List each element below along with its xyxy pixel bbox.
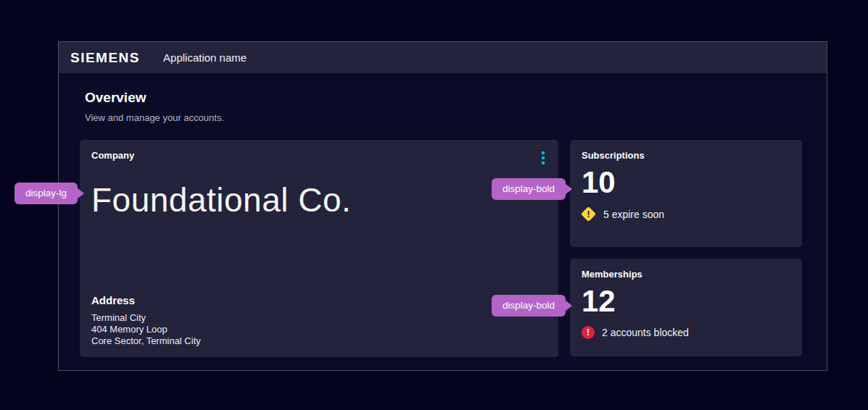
- application-name: Application name: [163, 51, 247, 64]
- page-title: Overview: [85, 90, 806, 106]
- annotation-display-bold: display-bold: [492, 178, 566, 200]
- error-circle-icon: !: [582, 326, 595, 339]
- page-subtitle: View and manage your accounts.: [85, 112, 806, 123]
- siemens-logo: SIEMENS: [70, 50, 140, 66]
- memberships-status: ! 2 accounts blocked: [582, 326, 790, 339]
- memberships-status-text: 2 accounts blocked: [602, 327, 689, 338]
- main-content: Overview View and manage your accounts. …: [59, 74, 827, 357]
- address-line: Terminal City: [91, 312, 547, 324]
- subscriptions-count: 10: [582, 167, 790, 198]
- annotation-display-lg: display-lg: [15, 183, 78, 204]
- company-card: Company Foundational Co. Address Termina…: [80, 140, 558, 357]
- warning-diamond-icon: !: [581, 206, 596, 222]
- address-line: Core Sector, Terminal City: [91, 335, 547, 347]
- cards-row: Company Foundational Co. Address Termina…: [80, 140, 806, 357]
- address-heading: Address: [91, 294, 547, 306]
- memberships-card-label: Memberships: [582, 269, 790, 280]
- company-name: Foundational Co.: [91, 182, 547, 219]
- subscriptions-status-text: 5 expire soon: [603, 209, 664, 220]
- subscriptions-card-label: Subscriptions: [582, 150, 790, 161]
- address-line: 404 Memory Loop: [91, 324, 547, 335]
- memberships-count: 12: [582, 285, 790, 317]
- kebab-menu-icon[interactable]: [540, 150, 547, 166]
- page-canvas: SIEMENS Application name Overview View a…: [0, 0, 868, 410]
- subscriptions-status: ! 5 expire soon: [582, 207, 790, 221]
- company-card-label: Company: [91, 150, 134, 161]
- memberships-card: Memberships 12 ! 2 accounts blocked: [570, 259, 802, 356]
- app-header: SIEMENS Application name: [59, 42, 827, 74]
- subscriptions-card: Subscriptions 10 ! 5 expire soon: [570, 140, 802, 247]
- address-block: Address Terminal City 404 Memory Loop Co…: [91, 294, 547, 347]
- company-card-header: Company: [91, 150, 547, 166]
- app-window: SIEMENS Application name Overview View a…: [58, 41, 827, 371]
- stats-column: Subscriptions 10 ! 5 expire soon Members…: [570, 140, 802, 356]
- annotation-display-bold: display-bold: [492, 295, 566, 317]
